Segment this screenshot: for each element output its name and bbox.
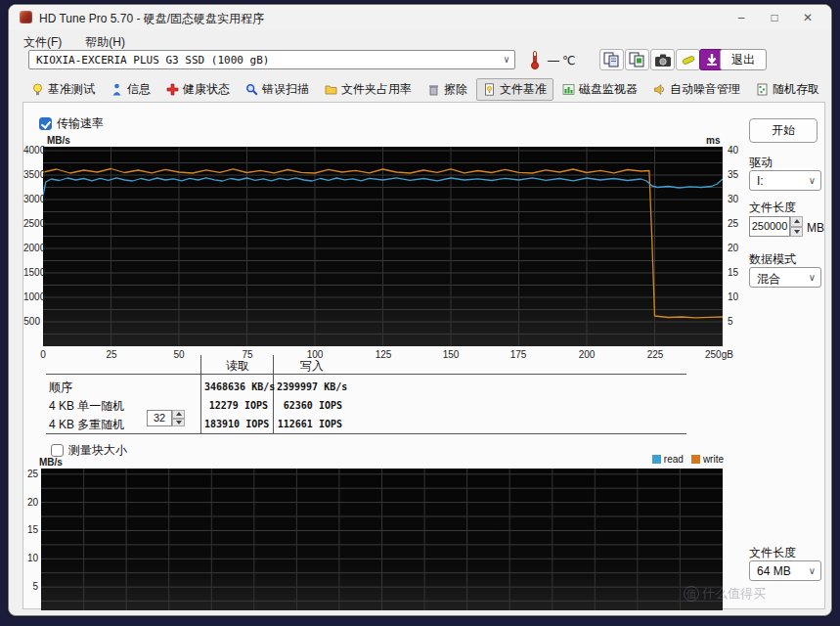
- block-size-label: 测量块大小: [68, 442, 127, 459]
- file-length-unit: MB: [807, 221, 824, 235]
- watermark: 值 什么值得买: [684, 585, 766, 603]
- file-length-value[interactable]: 250000: [749, 216, 790, 237]
- data-mode-dropdown[interactable]: 混合 ∨: [749, 267, 821, 288]
- camera-icon: [654, 53, 672, 67]
- drive-dropdown[interactable]: I: ∨: [749, 170, 821, 191]
- copy-text-icon: [603, 52, 620, 67]
- thermometer-icon: [528, 50, 542, 69]
- temperature-unit: ℃: [562, 54, 575, 67]
- chevron-down-icon: ∨: [809, 272, 816, 283]
- file-length2-label: 文件长度: [749, 545, 796, 561]
- disk-monitor-icon: [562, 83, 575, 96]
- block-size-plot: [41, 469, 723, 610]
- maximize-button[interactable]: □: [759, 8, 790, 27]
- magnifier-icon: [245, 83, 258, 96]
- read-swatch: [652, 455, 661, 464]
- start-button[interactable]: 开始: [749, 118, 818, 143]
- exit-button[interactable]: 退出: [720, 49, 767, 70]
- tab-folder-usage[interactable]: 文件夹占用率: [318, 78, 419, 101]
- row-sequential-label: 顺序: [49, 380, 72, 396]
- file-length-spinner[interactable]: 250000: [749, 216, 803, 237]
- write-swatch: [691, 455, 700, 464]
- tab-file-benchmark[interactable]: 文件基准: [476, 78, 553, 101]
- tab-disk-monitor[interactable]: 磁盘监视器: [555, 78, 644, 101]
- titlebar: HD Tune Pro 5.70 - 硬盘/固态硬盘实用程序 – □ ✕: [9, 5, 831, 30]
- minimize-button[interactable]: –: [726, 8, 757, 27]
- screenshot-button[interactable]: [650, 49, 675, 70]
- copy-image-icon: [629, 52, 645, 67]
- table-divider: [200, 355, 201, 433]
- app-icon: [20, 11, 32, 23]
- speaker-icon: [653, 83, 666, 96]
- drive-select-value: KIOXIA-EXCERIA PLUS G3 SSD (1000 gB): [36, 54, 269, 67]
- chevron-down-icon: ∨: [809, 565, 816, 576]
- file-benchmark-panel: 传输速率 MB/s ms 400035003000250020001500100…: [22, 102, 825, 609]
- legend-write: write: [691, 454, 724, 465]
- spinner-up-button[interactable]: [790, 216, 803, 227]
- tab-bar: 基准测试 信息 健康状态 错误扫描 文件夹占用率: [24, 78, 832, 101]
- drive-label: 驱动: [749, 155, 773, 171]
- copy-text-button[interactable]: [599, 49, 624, 70]
- spinner-down-button[interactable]: [172, 419, 185, 427]
- save-button[interactable]: [676, 49, 700, 70]
- highlighter-icon: [680, 52, 697, 67]
- chart-legend: read write: [652, 454, 724, 465]
- window-title: HD Tune Pro 5.70 - 硬盘/固态硬盘实用程序: [39, 11, 264, 27]
- file-length-label: 文件长度: [749, 200, 796, 216]
- folder-icon: [325, 83, 337, 96]
- main-chart-ms-unit: ms: [706, 135, 720, 146]
- file-page-icon: [483, 83, 496, 96]
- tab-noise-management[interactable]: 自动噪音管理: [646, 78, 747, 101]
- transfer-rate-label: 传输速率: [57, 115, 104, 132]
- drive-select[interactable]: KIOXIA-EXCERIA PLUS G3 SSD (1000 gB) ∨: [28, 50, 515, 69]
- block-chart-y-unit: MB/s: [39, 457, 63, 468]
- tab-random-access[interactable]: 随机存取: [749, 78, 826, 101]
- table-bottom-rule: [46, 433, 686, 434]
- download-arrow-icon: [704, 52, 720, 67]
- transfer-rate-chart: [43, 147, 723, 346]
- chevron-down-icon: ∨: [504, 54, 509, 65]
- tab-health[interactable]: 健康状态: [159, 78, 237, 101]
- transfer-rate-plot: [43, 147, 723, 346]
- queue-depth-value[interactable]: 32: [147, 410, 172, 426]
- copy-image-button[interactable]: [625, 49, 649, 70]
- close-button[interactable]: ✕: [792, 8, 823, 27]
- table-header-rule: [46, 374, 686, 375]
- spinner-up-button[interactable]: [172, 410, 185, 419]
- row-4k-multi-write: 112661 IOPS: [277, 419, 342, 429]
- table-col-read: 读取: [205, 358, 270, 375]
- tab-benchmark[interactable]: 基准测试: [24, 78, 102, 101]
- row-4k-multi-label: 4 KB 多重随机: [49, 417, 124, 433]
- random-access-icon: [756, 83, 769, 96]
- row-sequential-write: 2399997 KB/s: [277, 381, 342, 392]
- block-size-checkbox[interactable]: [51, 444, 64, 457]
- tab-extra-tests[interactable]: 附加测试: [828, 78, 832, 101]
- info-person-icon: [111, 83, 123, 96]
- data-mode-label: 数据模式: [749, 251, 796, 268]
- block-size-chart: [41, 469, 723, 610]
- file-length2-dropdown[interactable]: 64 MB ∨: [749, 560, 821, 581]
- table-divider: [273, 355, 274, 433]
- row-sequential-read: 3468636 KB/s: [204, 381, 268, 392]
- app-window: HD Tune Pro 5.70 - 硬盘/固态硬盘实用程序 – □ ✕ 文件(…: [8, 4, 832, 616]
- row-4k-single-read: 12279 IOPS: [204, 400, 268, 411]
- main-chart-y-unit: MB/s: [47, 135, 70, 146]
- spinner-down-button[interactable]: [790, 227, 803, 238]
- trash-icon: [427, 83, 440, 96]
- queue-depth-spinner[interactable]: 32: [147, 410, 185, 426]
- chevron-down-icon: ∨: [809, 175, 816, 186]
- table-col-write: 写入: [278, 358, 346, 375]
- drive-dropdown-value: I:: [757, 174, 764, 188]
- row-4k-single-write: 62360 IOPS: [277, 400, 342, 411]
- transfer-rate-checkbox[interactable]: [39, 117, 52, 130]
- row-4k-single-label: 4 KB 单一随机: [49, 398, 124, 415]
- legend-read: read: [652, 454, 684, 465]
- temperature-value: —: [548, 54, 559, 67]
- tab-erase[interactable]: 擦除: [420, 78, 474, 101]
- data-mode-value: 混合: [757, 272, 780, 286]
- row-4k-multi-read: 183910 IOPS: [204, 419, 268, 429]
- tab-info[interactable]: 信息: [104, 78, 157, 101]
- bulb-icon: [31, 83, 44, 96]
- file-length2-value: 64 MB: [757, 564, 791, 578]
- tab-error-scan[interactable]: 错误扫描: [239, 78, 316, 101]
